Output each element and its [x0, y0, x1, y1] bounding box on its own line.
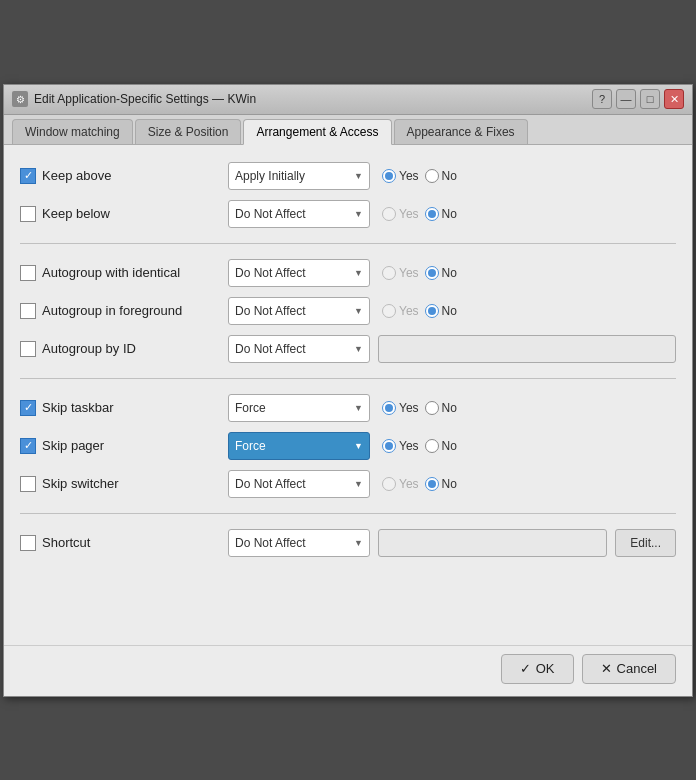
skip-switcher-checkbox[interactable]: [20, 476, 36, 492]
cancel-button[interactable]: ✕ Cancel: [582, 654, 676, 684]
keep-below-no-radio[interactable]: [425, 207, 439, 221]
autogroup-identical-dropdown-arrow: ▼: [354, 268, 363, 278]
autogroup-identical-yes[interactable]: Yes: [382, 266, 419, 280]
autogroup-identical-dropdown[interactable]: Do Not Affect ▼: [228, 259, 370, 287]
autogroup-id-text: Autogroup by ID: [42, 341, 136, 356]
skip-switcher-yes-radio[interactable]: [382, 477, 396, 491]
autogroup-foreground-no-label: No: [442, 304, 457, 318]
skip-pager-yes-radio[interactable]: [382, 439, 396, 453]
skip-taskbar-dropdown[interactable]: Force ▼: [228, 394, 370, 422]
keep-above-yes-radio[interactable]: [382, 169, 396, 183]
cancel-label: Cancel: [617, 661, 657, 676]
skip-switcher-no[interactable]: No: [425, 477, 457, 491]
autogroup-identical-yes-radio[interactable]: [382, 266, 396, 280]
skip-taskbar-yes-label: Yes: [399, 401, 419, 415]
skip-switcher-no-radio[interactable]: [425, 477, 439, 491]
tab-bar: Window matching Size & Position Arrangem…: [4, 115, 692, 145]
divider-2: [20, 378, 676, 379]
autogroup-id-checkbox[interactable]: [20, 341, 36, 357]
keep-above-checkbox[interactable]: [20, 168, 36, 184]
skip-taskbar-checkbox[interactable]: [20, 400, 36, 416]
titlebar: ⚙ Edit Application-Specific Settings — K…: [4, 85, 692, 115]
autogroup-identical-checkbox[interactable]: [20, 265, 36, 281]
ok-icon: ✓: [520, 661, 531, 676]
autogroup-id-dropdown[interactable]: Do Not Affect ▼: [228, 335, 370, 363]
skip-pager-dropdown-arrow: ▼: [354, 441, 363, 451]
keep-below-radio-group: Yes No: [382, 207, 457, 221]
autogroup-id-label: Autogroup by ID: [20, 341, 220, 357]
autogroup-foreground-no-radio[interactable]: [425, 304, 439, 318]
row-autogroup-id: Autogroup by ID Do Not Affect ▼: [20, 330, 676, 368]
skip-switcher-dropdown[interactable]: Do Not Affect ▼: [228, 470, 370, 498]
shortcut-label: Shortcut: [20, 535, 220, 551]
titlebar-controls: ? — □ ✕: [592, 89, 684, 109]
keep-below-no-label: No: [442, 207, 457, 221]
skip-pager-checkbox[interactable]: [20, 438, 36, 454]
autogroup-identical-no-radio[interactable]: [425, 266, 439, 280]
keep-below-no[interactable]: No: [425, 207, 457, 221]
autogroup-foreground-checkbox[interactable]: [20, 303, 36, 319]
skip-switcher-radio-group: Yes No: [382, 477, 457, 491]
minimize-button[interactable]: —: [616, 89, 636, 109]
keep-above-no[interactable]: No: [425, 169, 457, 183]
ok-button[interactable]: ✓ OK: [501, 654, 574, 684]
tab-appearance-fixes[interactable]: Appearance & Fixes: [394, 119, 528, 144]
keep-below-checkbox[interactable]: [20, 206, 36, 222]
keep-below-dropdown-arrow: ▼: [354, 209, 363, 219]
tab-arrangement-access[interactable]: Arrangement & Access: [243, 119, 391, 145]
skip-switcher-text: Skip switcher: [42, 476, 119, 491]
skip-pager-no-radio[interactable]: [425, 439, 439, 453]
ok-label: OK: [536, 661, 555, 676]
shortcut-text: Shortcut: [42, 535, 90, 550]
skip-switcher-yes[interactable]: Yes: [382, 477, 419, 491]
autogroup-foreground-yes-radio[interactable]: [382, 304, 396, 318]
skip-pager-no[interactable]: No: [425, 439, 457, 453]
autogroup-identical-no-label: No: [442, 266, 457, 280]
row-skip-taskbar: Skip taskbar Force ▼ Yes No: [20, 389, 676, 427]
titlebar-left: ⚙ Edit Application-Specific Settings — K…: [12, 91, 256, 107]
keep-below-text: Keep below: [42, 206, 110, 221]
tab-window-matching[interactable]: Window matching: [12, 119, 133, 144]
skip-pager-dropdown[interactable]: Force ▼: [228, 432, 370, 460]
autogroup-foreground-yes[interactable]: Yes: [382, 304, 419, 318]
skip-taskbar-yes-radio[interactable]: [382, 401, 396, 415]
keep-above-no-radio[interactable]: [425, 169, 439, 183]
row-autogroup-foreground: Autogroup in foreground Do Not Affect ▼ …: [20, 292, 676, 330]
skip-taskbar-no[interactable]: No: [425, 401, 457, 415]
autogroup-foreground-dropdown[interactable]: Do Not Affect ▼: [228, 297, 370, 325]
keep-above-yes[interactable]: Yes: [382, 169, 419, 183]
autogroup-identical-no[interactable]: No: [425, 266, 457, 280]
tab-size-position[interactable]: Size & Position: [135, 119, 242, 144]
keep-above-text: Keep above: [42, 168, 111, 183]
autogroup-foreground-yes-label: Yes: [399, 304, 419, 318]
main-window: ⚙ Edit Application-Specific Settings — K…: [3, 84, 693, 697]
keep-above-dropdown[interactable]: Apply Initially ▼: [228, 162, 370, 190]
autogroup-id-dropdown-arrow: ▼: [354, 344, 363, 354]
shortcut-dropdown[interactable]: Do Not Affect ▼: [228, 529, 370, 557]
skip-taskbar-no-radio[interactable]: [425, 401, 439, 415]
app-icon: ⚙: [12, 91, 28, 107]
skip-taskbar-no-label: No: [442, 401, 457, 415]
keep-below-yes[interactable]: Yes: [382, 207, 419, 221]
close-button[interactable]: ✕: [664, 89, 684, 109]
row-skip-pager: Skip pager Force ▼ Yes No: [20, 427, 676, 465]
help-button[interactable]: ?: [592, 89, 612, 109]
shortcut-checkbox[interactable]: [20, 535, 36, 551]
autogroup-foreground-no[interactable]: No: [425, 304, 457, 318]
skip-switcher-yes-label: Yes: [399, 477, 419, 491]
autogroup-id-input[interactable]: [378, 335, 676, 363]
window-title: Edit Application-Specific Settings — KWi…: [34, 92, 256, 106]
keep-below-yes-radio[interactable]: [382, 207, 396, 221]
skip-taskbar-yes[interactable]: Yes: [382, 401, 419, 415]
skip-pager-yes[interactable]: Yes: [382, 439, 419, 453]
skip-taskbar-text: Skip taskbar: [42, 400, 114, 415]
autogroup-foreground-radio-group: Yes No: [382, 304, 457, 318]
maximize-button[interactable]: □: [640, 89, 660, 109]
shortcut-input[interactable]: [378, 529, 607, 557]
keep-above-yes-label: Yes: [399, 169, 419, 183]
shortcut-edit-button[interactable]: Edit...: [615, 529, 676, 557]
autogroup-foreground-text: Autogroup in foreground: [42, 303, 182, 318]
keep-below-dropdown[interactable]: Do Not Affect ▼: [228, 200, 370, 228]
skip-taskbar-dropdown-arrow: ▼: [354, 403, 363, 413]
row-shortcut: Shortcut Do Not Affect ▼ Edit...: [20, 524, 676, 562]
